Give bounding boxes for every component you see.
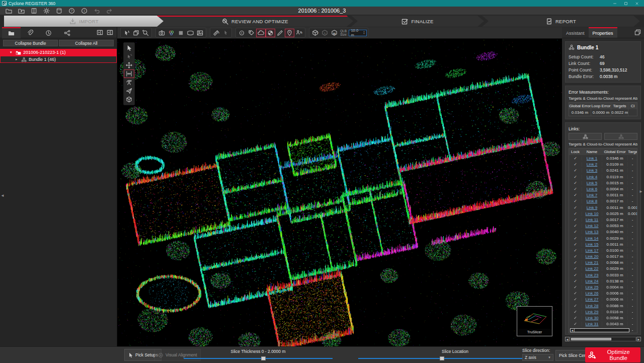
link-lock-check[interactable]: ✓: [569, 254, 582, 259]
tree-row-bundle[interactable]: ▸ Bundle 1 (46): [0, 56, 117, 63]
show-labels-icon[interactable]: [247, 29, 256, 37]
undo-icon[interactable]: [93, 7, 100, 14]
optimize-bundle-button[interactable]: Optimize Bundle: [585, 347, 640, 362]
link-name[interactable]: Link 3: [587, 168, 597, 173]
3d-view-icon[interactable]: [124, 95, 134, 104]
publish-icon[interactable]: [30, 7, 37, 14]
link-lock-check[interactable]: ✓: [569, 199, 582, 203]
link-lock-check[interactable]: ✓: [569, 162, 582, 167]
link-name[interactable]: Link 7: [587, 193, 597, 197]
link-name[interactable]: Link 21: [586, 260, 599, 265]
info-icon[interactable]: i: [80, 7, 88, 14]
show-point-clouds-icon[interactable]: [256, 29, 266, 37]
link-lock-check[interactable]: ✓: [569, 217, 582, 222]
help-icon[interactable]: ?: [68, 7, 75, 14]
float-panel-icon[interactable]: [634, 27, 644, 38]
link-name[interactable]: Link 9: [587, 205, 597, 210]
duplicate-view-icon[interactable]: [131, 29, 141, 37]
import-project-icon[interactable]: [18, 7, 25, 14]
slice-thickness-slider[interactable]: [184, 356, 333, 360]
link-name[interactable]: Link 5: [587, 181, 597, 185]
step-review-and-optimize[interactable]: REVIEW AND OPTIMIZE: [157, 16, 353, 27]
link-name[interactable]: Link 29: [586, 310, 599, 314]
measure-tool-icon[interactable]: ▾: [211, 29, 221, 37]
view-cube-icon[interactable]: ▾: [310, 29, 320, 37]
draw-link-icon[interactable]: [275, 29, 285, 37]
link-name[interactable]: Link 1: [587, 156, 597, 161]
qlb-cloud-icon[interactable]: b: [320, 29, 330, 37]
left-panel-collapse-arrow[interactable]: ◄: [1, 193, 5, 198]
pick-point-icon[interactable]: [124, 52, 134, 61]
link-lock-check[interactable]: ✓: [569, 181, 582, 185]
right-panel-collapse-arrow[interactable]: ►: [639, 189, 643, 194]
pick-tool-icon[interactable]: [122, 29, 131, 37]
link-name[interactable]: Link 6: [587, 187, 597, 191]
step-report[interactable]: REPORT: [482, 16, 640, 27]
image-view-icon[interactable]: [195, 29, 205, 37]
tab-history[interactable]: [39, 27, 58, 38]
link-lock-check[interactable]: ✓: [569, 297, 582, 302]
pan-tool-icon[interactable]: [124, 61, 134, 69]
link-name[interactable]: Link 27: [586, 297, 599, 302]
link-lock-check[interactable]: ✓: [569, 316, 582, 320]
select-cursor-icon[interactable]: [124, 44, 134, 52]
link-name[interactable]: Link 2: [587, 162, 597, 167]
link-name[interactable]: Link 12: [586, 224, 599, 228]
link-name[interactable]: Link 28: [586, 304, 599, 308]
collapse-setups-icon[interactable]: [105, 28, 115, 37]
slice-location-handle[interactable]: [440, 356, 444, 360]
point-cloud-canvas[interactable]: [117, 39, 562, 346]
tab-sites[interactable]: [58, 27, 76, 38]
link-lock-check[interactable]: ✓: [569, 279, 582, 283]
link-lock-check[interactable]: ✓: [569, 156, 582, 161]
redo-icon[interactable]: [106, 7, 113, 14]
color-mode-icon[interactable]: [167, 29, 176, 37]
link-name[interactable]: Link 14: [586, 236, 599, 241]
collapse-bundle-button[interactable]: Collapse Bundle: [3, 40, 58, 46]
zoom-region-icon[interactable]: [141, 29, 150, 37]
qlb-full-icon[interactable]: M: [330, 29, 339, 37]
link-name[interactable]: Link 25: [586, 285, 599, 289]
link-name[interactable]: Link 8: [587, 199, 597, 203]
close-button[interactable]: [635, 2, 639, 6]
link-lock-check[interactable]: ✓: [569, 205, 582, 210]
tab-project-explorer[interactable]: [2, 27, 21, 38]
show-setup-positions-icon[interactable]: [285, 29, 294, 37]
link-name[interactable]: Link 17: [586, 248, 599, 253]
link-name[interactable]: Link 31: [586, 322, 599, 326]
show-targets-icon[interactable]: [237, 29, 247, 37]
slice-thickness-handle[interactable]: [261, 356, 266, 360]
tree-row-project[interactable]: ▾ 201006-210223-1 (1): [0, 49, 117, 56]
link-name[interactable]: Link 20: [586, 254, 599, 259]
link-name[interactable]: Link 11: [586, 217, 598, 222]
spinner-arrows-icon[interactable]: ▲▼: [363, 31, 365, 35]
fit-range-icon[interactable]: [124, 69, 134, 78]
link-lock-check[interactable]: ✓: [569, 322, 582, 326]
filter-setups-icon[interactable]: ▾: [294, 29, 304, 37]
link-lock-check[interactable]: ✓: [569, 168, 582, 173]
camera-icon[interactable]: [157, 29, 167, 37]
storage-icon[interactable]: [55, 7, 62, 14]
link-name[interactable]: Link 10: [586, 211, 599, 216]
link-lock-check[interactable]: ✓: [569, 260, 582, 265]
link-lock-check[interactable]: ✓: [569, 291, 582, 296]
minimize-button[interactable]: [613, 2, 617, 6]
link-name[interactable]: Link 13: [586, 230, 599, 234]
link-name[interactable]: Link 15: [586, 242, 599, 247]
link-name[interactable]: Link 30: [586, 316, 599, 320]
settings-gear-icon[interactable]: [43, 7, 50, 14]
truslicer-minimap[interactable]: TruSlicer: [517, 306, 552, 336]
link-lock-check[interactable]: ✓: [569, 211, 582, 216]
link-name[interactable]: Link 26: [586, 291, 599, 296]
link-lock-check[interactable]: ✓: [569, 242, 582, 247]
link-name[interactable]: Link 4: [587, 175, 597, 179]
maximize-button[interactable]: [624, 2, 628, 6]
link-lock-check[interactable]: ✓: [569, 230, 582, 234]
tab-properties[interactable]: Properties: [589, 27, 617, 38]
expand-triangle-icon[interactable]: ▸: [16, 57, 19, 61]
qlb-size-input[interactable]: 10.0 m▲▼: [349, 30, 367, 36]
contrast-mode-icon[interactable]: [266, 29, 275, 37]
link-lock-check[interactable]: ✓: [569, 248, 582, 253]
fly-tool-icon[interactable]: [124, 87, 134, 95]
panel-hscrollbar[interactable]: ◀ ▶: [565, 337, 641, 341]
